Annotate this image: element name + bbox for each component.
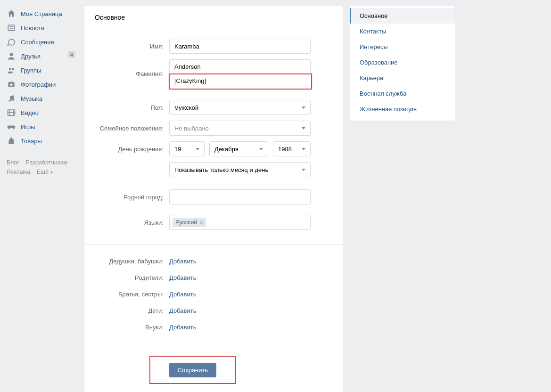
nav-label: Игры (21, 123, 35, 131)
remove-token-icon[interactable]: × (199, 219, 203, 226)
languages-input[interactable]: Русский × (169, 215, 311, 230)
music-icon (7, 94, 16, 103)
nav-label: Видео (21, 109, 39, 116)
film-icon (7, 108, 16, 117)
row-birthday: День рождения: 19 Декабря 1988 (84, 139, 343, 159)
label-languages: Языки: (95, 219, 169, 226)
nav-news[interactable]: Новости (4, 21, 77, 35)
right-nav: Основное Контакты Интересы Образование К… (350, 6, 455, 121)
tab-life-position[interactable]: Жизненная позиция (350, 101, 455, 117)
row-first-name: Имя: (84, 28, 343, 57)
nav-label: Группы (21, 67, 41, 74)
nav-label: Моя Страница (21, 10, 62, 17)
nav-label: Друзья (21, 53, 41, 60)
label-first-name: Имя: (95, 43, 169, 50)
tab-interests[interactable]: Интересы (350, 39, 455, 55)
users-icon (7, 65, 16, 75)
add-grandchildren-link[interactable]: Добавить (169, 324, 196, 331)
nav-label: Товары (21, 138, 42, 145)
tab-contacts[interactable]: Контакты (350, 24, 455, 39)
friends-badge: 4 (68, 51, 75, 58)
nav-label: Новости (21, 24, 44, 32)
marital-select[interactable]: Не выбрано (169, 121, 311, 136)
nav-video[interactable]: Видео (4, 106, 77, 120)
chevron-down-icon (259, 148, 263, 150)
nav-separator (6, 152, 75, 152)
language-token: Русский × (173, 218, 206, 227)
bday-visibility-select[interactable]: Показывать только месяц и день (169, 162, 311, 177)
row-parents: Родители: Добавить (84, 270, 343, 286)
chevron-down-icon (302, 127, 305, 130)
row-siblings: Братья, сестры: Добавить (84, 286, 343, 302)
svg-point-4 (10, 83, 13, 86)
add-siblings-link[interactable]: Добавить (169, 291, 196, 298)
label-hometown: Родной город: (95, 194, 169, 201)
label-last-name: Фамилия: (95, 70, 169, 77)
row-hometown: Родной город: (84, 187, 343, 207)
row-children: Дети: Добавить (84, 302, 343, 319)
footer-developers[interactable]: Разработчикам (26, 159, 68, 166)
tab-military[interactable]: Военная служба (350, 86, 455, 101)
svg-point-1 (10, 53, 13, 56)
bday-year-select[interactable]: 1988 (273, 141, 311, 156)
label-grandchildren: Внуки: (95, 324, 169, 331)
left-nav: Моя Страница Новости Сообщения Друзья 4 … (4, 6, 77, 392)
label-parents: Родители: (95, 274, 169, 281)
gender-select[interactable]: мужской (169, 100, 311, 115)
bday-day-select[interactable]: 19 (169, 141, 205, 156)
section-separator (84, 347, 343, 347)
camera-icon (7, 80, 16, 89)
add-parents-link[interactable]: Добавить (169, 274, 196, 281)
chevron-down-icon (302, 148, 305, 150)
hometown-input[interactable] (169, 189, 311, 204)
row-last-name: Фамилия: Anderson [CrazyKing] (84, 57, 343, 90)
row-bday-visibility: Показывать только месяц и день (84, 159, 343, 180)
row-gender: Пол: мужской (84, 97, 343, 118)
bag-icon (7, 136, 16, 146)
add-grandparents-link[interactable]: Добавить (169, 258, 196, 265)
nav-label: Фотографии (21, 81, 56, 88)
footer-ads[interactable]: Реклама (7, 169, 30, 175)
chevron-down-icon (302, 106, 305, 109)
add-children-link[interactable]: Добавить (169, 307, 196, 314)
svg-point-2 (9, 68, 11, 70)
user-icon (7, 51, 16, 61)
gamepad-icon (7, 122, 16, 131)
footer-blog[interactable]: Блог (7, 159, 19, 166)
footer-more[interactable]: Ещё ▾ (37, 169, 53, 175)
nav-groups[interactable]: Группы (4, 63, 77, 77)
row-grandparents: Дедушки, бабушки: Добавить (84, 253, 343, 270)
home-icon (7, 9, 16, 18)
tab-basic[interactable]: Основное (350, 8, 455, 24)
nav-friends[interactable]: Друзья 4 (4, 49, 77, 63)
section-separator (84, 244, 343, 245)
tab-education[interactable]: Образование (350, 55, 455, 70)
nav-games[interactable]: Игры (4, 120, 77, 134)
save-button[interactable]: Сохранить (169, 363, 217, 377)
label-gender: Пол: (95, 104, 169, 111)
nav-market[interactable]: Товары (4, 134, 77, 148)
row-marital: Семейное положение: Не выбрано (84, 118, 343, 139)
nav-my-page[interactable]: Моя Страница (4, 7, 77, 21)
label-marital: Семейное положение: (95, 125, 169, 132)
label-grandparents: Дедушки, бабушки: (95, 258, 169, 265)
maiden-name-input[interactable]: [CrazyKing] (169, 74, 312, 90)
svg-point-3 (12, 68, 14, 70)
settings-panel: Основное Имя: Фамилия: Anderson [CrazyKi… (84, 6, 343, 392)
message-icon (7, 37, 16, 47)
nav-label: Музыка (21, 95, 42, 102)
save-highlight: Сохранить (149, 356, 236, 384)
last-name-input[interactable]: Anderson (169, 59, 311, 74)
svg-point-6 (13, 99, 14, 101)
label-children: Дети: (95, 307, 169, 314)
tab-career[interactable]: Карьера (350, 70, 455, 86)
nav-photos[interactable]: Фотографии (4, 77, 77, 91)
footer-links: Блог Разработчикам Реклама Ещё ▾ (4, 156, 77, 179)
panel-title: Основное (84, 6, 343, 28)
newspaper-icon (7, 23, 16, 33)
bday-month-select[interactable]: Декабря (209, 141, 268, 156)
svg-point-5 (8, 100, 10, 101)
nav-music[interactable]: Музыка (4, 91, 77, 106)
nav-messages[interactable]: Сообщения (4, 35, 77, 49)
first-name-input[interactable] (169, 39, 311, 54)
